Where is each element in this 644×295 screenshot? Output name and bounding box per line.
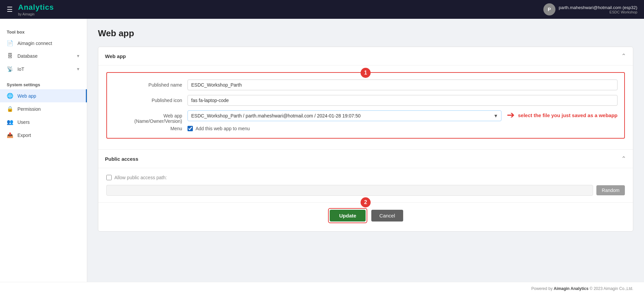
- sidebar-item-label: IoT: [17, 66, 24, 72]
- footer: Powered by Aimagin Analytics © 2023 Aima…: [0, 282, 644, 295]
- footer-brand: Aimagin Analytics: [554, 286, 589, 291]
- sidebar-item-label: Export: [17, 133, 31, 138]
- published-name-input[interactable]: [187, 80, 618, 90]
- collapse-icon[interactable]: ⌃: [621, 52, 626, 60]
- sidebar-item-label: Aimagin connect: [17, 41, 52, 46]
- sidebar-item-aimagin-connect[interactable]: 📄 Aimagin connect: [0, 37, 87, 50]
- web-app-highlighted-form: 1 Published name Published icon Web app(…: [106, 72, 625, 139]
- step-2-badge: 2: [361, 197, 371, 207]
- menu-icon[interactable]: ☰: [7, 5, 13, 13]
- published-icon-input[interactable]: [187, 95, 618, 106]
- menu-checkbox-label: Add this web app to menu: [196, 126, 250, 131]
- random-button[interactable]: Random: [596, 185, 625, 195]
- user-details: parth.maheshwari@hotmail.com (esp32) ESD…: [559, 5, 637, 14]
- step-1-badge: 1: [361, 68, 371, 78]
- logo-sub: by Aimagin: [18, 12, 54, 16]
- allow-public-access-label: Allow public access path:: [114, 175, 167, 180]
- allow-public-access-checkbox[interactable]: [106, 175, 112, 180]
- main-layout: Tool box 📄 Aimagin connect 🗄 Database ▼ …: [0, 19, 644, 282]
- arrow-right-icon: ➔: [507, 110, 515, 120]
- page-title: Web app: [98, 28, 633, 39]
- iot-icon: 📡: [7, 66, 13, 72]
- chevron-down-icon: ▼: [76, 54, 80, 58]
- sidebar-item-label: Users: [17, 119, 30, 125]
- content-area: Web app Web app ⌃ 1 Published name: [87, 19, 644, 282]
- main-card: Web app ⌃ 1 Published name Published ico…: [98, 47, 633, 232]
- app-logo: Analytics by Aimagin: [18, 3, 54, 16]
- database-icon: 🗄: [7, 53, 13, 59]
- topbar: ☰ Analytics by Aimagin P parth.maheshwar…: [0, 0, 644, 19]
- sidebar-item-database[interactable]: 🗄 Database ▼: [0, 50, 87, 62]
- web-app-section-title: Web app: [105, 53, 126, 59]
- menu-label: Menu: [114, 126, 187, 131]
- update-button-wrapper: Update: [328, 208, 367, 223]
- menu-checkbox-row: Add this web app to menu: [187, 126, 250, 131]
- action-row: 2 Update Cancel: [98, 203, 633, 231]
- sidebar-item-permission[interactable]: 🔒 Permission: [0, 102, 87, 115]
- public-access-input-row: Random: [106, 185, 625, 196]
- user-email: parth.maheshwari@hotmail.com (esp32): [559, 5, 637, 10]
- export-icon: 📤: [7, 132, 13, 138]
- footer-suffix: © 2023 Aimagin Co.,Ltd.: [588, 286, 633, 291]
- sidebar-item-export[interactable]: 📤 Export: [0, 129, 87, 142]
- menu-row: Menu Add this web app to menu: [114, 126, 618, 131]
- cancel-button[interactable]: Cancel: [371, 210, 403, 222]
- web-app-select-row: Web app(Name/Owner/Version) ESDC_Worksho…: [114, 110, 618, 124]
- sidebar-item-web-app[interactable]: 🌐 Web app: [0, 89, 87, 102]
- update-button[interactable]: Update: [330, 210, 366, 222]
- web-app-select[interactable]: ESDC_Workshop_Parth / parth.maheshwari@h…: [187, 110, 501, 121]
- annotation-container: ➔ select the file you just saved as a we…: [507, 110, 618, 120]
- user-workshop: ESDC Workshop: [559, 10, 637, 14]
- toolbox-label: Tool box: [0, 27, 87, 37]
- menu-checkbox[interactable]: [187, 126, 193, 131]
- web-app-select-label: Web app(Name/Owner/Version): [114, 110, 187, 124]
- sidebar-item-label: Database: [17, 53, 38, 59]
- public-access-section-header: Public access ⌃: [98, 150, 633, 168]
- sidebar-item-label: Web app: [17, 93, 36, 99]
- system-settings-label: System settings: [0, 80, 87, 89]
- web-app-select-wrapper: ESDC_Workshop_Parth / parth.maheshwari@h…: [187, 110, 501, 121]
- logo-text: Analytics: [18, 3, 54, 11]
- public-access-title: Public access: [105, 156, 138, 162]
- web-app-icon: 🌐: [7, 93, 13, 99]
- sidebar-item-users[interactable]: 👥 Users: [0, 115, 87, 129]
- published-icon-row: Published icon: [114, 95, 618, 106]
- users-icon: 👥: [7, 119, 13, 125]
- public-access-collapse-icon[interactable]: ⌃: [621, 155, 626, 162]
- logo-alytics: alytics: [29, 3, 54, 11]
- published-name-row: Published name: [114, 80, 618, 90]
- footer-text: Powered by: [531, 286, 554, 291]
- published-icon-label: Published icon: [114, 98, 187, 103]
- sidebar: Tool box 📄 Aimagin connect 🗄 Database ▼ …: [0, 19, 87, 282]
- web-app-section-header: Web app ⌃: [98, 47, 633, 65]
- chevron-down-icon: ▼: [76, 67, 80, 71]
- annotation-text: select the file you just saved as a weba…: [518, 112, 618, 118]
- lock-icon: 🔒: [7, 106, 13, 112]
- logo-an: An: [18, 3, 29, 11]
- sidebar-item-iot[interactable]: 📡 IoT ▼: [0, 62, 87, 76]
- public-access-path-input[interactable]: [106, 185, 593, 196]
- user-info: P parth.maheshwari@hotmail.com (esp32) E…: [543, 3, 637, 15]
- connect-icon: 📄: [7, 40, 13, 46]
- web-app-section-body: 1 Published name Published icon Web app(…: [98, 65, 633, 149]
- sidebar-item-label: Permission: [17, 106, 41, 112]
- allow-public-access-row: Allow public access path:: [106, 175, 625, 180]
- published-name-label: Published name: [114, 82, 187, 88]
- avatar: P: [543, 3, 555, 15]
